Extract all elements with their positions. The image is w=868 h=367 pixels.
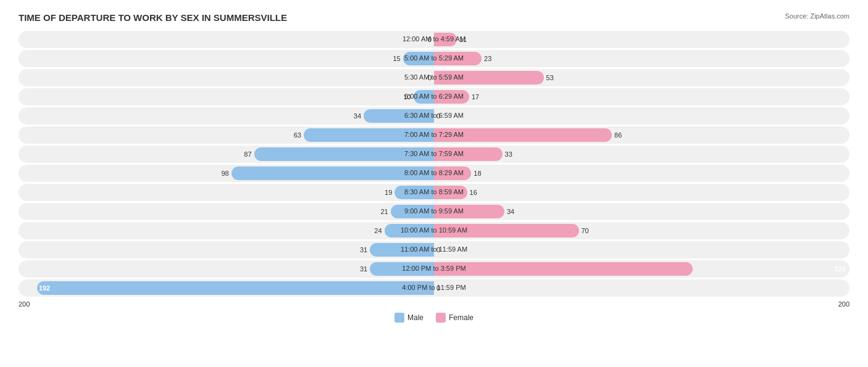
female-value: 17 — [472, 93, 479, 101]
male-bar — [37, 281, 434, 295]
chart-row: 11:00 AM to 11:59 AM310 — [19, 241, 849, 258]
chart-area: 12:00 AM to 4:59 AM0115:00 AM to 5:29 AM… — [19, 31, 849, 341]
female-value: 18 — [474, 170, 481, 177]
female-bar — [434, 52, 482, 65]
chart-row: 6:00 AM to 6:29 AM1017 — [19, 88, 849, 105]
axis-left: 200 — [19, 300, 30, 308]
female-bar — [434, 71, 544, 85]
male-value: 0 — [428, 36, 432, 43]
female-value: 34 — [507, 208, 514, 215]
chart-row: 5:30 AM to 5:59 AM053 — [19, 69, 849, 86]
female-value: 53 — [546, 74, 554, 81]
female-value: 16 — [470, 189, 477, 196]
male-bar — [370, 243, 434, 257]
chart-row: 5:00 AM to 5:29 AM1523 — [19, 50, 849, 67]
legend-female-label: Female — [449, 313, 474, 322]
male-bar — [364, 109, 434, 123]
male-bar — [394, 186, 434, 199]
female-value: 0 — [436, 246, 440, 254]
female-bar — [434, 90, 469, 104]
male-value: 31 — [360, 265, 367, 273]
legend: Male Female — [19, 313, 849, 323]
chart-row: 12:00 AM to 4:59 AM011 — [19, 31, 849, 48]
male-bar — [370, 262, 434, 276]
male-value: 19 — [385, 189, 392, 196]
legend-female: Female — [436, 313, 474, 323]
female-value: 33 — [505, 151, 512, 158]
female-bar — [434, 205, 504, 218]
female-bar — [434, 128, 612, 142]
chart-row: 10:00 AM to 10:59 AM2470 — [19, 222, 849, 239]
male-value: 63 — [294, 131, 301, 139]
male-bar — [385, 224, 434, 237]
female-bar — [434, 186, 467, 199]
female-value: 11 — [459, 36, 467, 43]
chart-row: 9:00 AM to 9:59 AM2134 — [19, 203, 849, 220]
chart-row: 6:30 AM to 6:59 AM340 — [19, 107, 849, 125]
female-value: 23 — [484, 55, 491, 62]
female-bar — [434, 167, 471, 180]
chart-row: 12:00 PM to 3:59 PM31125 — [19, 260, 849, 278]
female-value: 86 — [614, 131, 622, 139]
female-value: 0 — [436, 284, 440, 292]
source-label: Source: ZipAtlas.com — [785, 12, 849, 20]
male-bar — [232, 167, 434, 180]
male-value: 192 — [35, 284, 50, 292]
male-value: 31 — [360, 246, 367, 254]
female-value: 125 — [835, 265, 846, 273]
chart-row: 4:00 PM to 11:59 PM1920 — [19, 279, 849, 297]
legend-female-box — [436, 313, 446, 323]
female-value: 0 — [436, 112, 440, 120]
legend-male-box — [394, 313, 404, 323]
male-value: 15 — [393, 55, 401, 62]
male-value: 0 — [428, 74, 432, 81]
chart-row: 7:30 AM to 7:59 AM8733 — [19, 146, 849, 163]
male-bar — [254, 147, 434, 161]
female-value: 70 — [582, 227, 589, 234]
female-bar — [434, 33, 457, 46]
female-bar — [434, 262, 693, 276]
chart-row: 8:00 AM to 8:29 AM9818 — [19, 165, 849, 182]
female-bar — [434, 147, 503, 161]
chart-title: TIME OF DEPARTURE TO WORK BY SEX IN SUMM… — [19, 12, 287, 23]
legend-male: Male — [394, 313, 424, 323]
male-value: 87 — [244, 151, 251, 158]
chart-row: 8:30 AM to 8:59 AM1916 — [19, 184, 849, 201]
male-bar — [304, 128, 434, 142]
male-value: 10 — [403, 93, 411, 101]
male-bar — [414, 90, 435, 104]
male-value: 34 — [354, 112, 361, 120]
male-value: 21 — [380, 208, 388, 215]
male-value: 24 — [374, 227, 382, 234]
chart-row: 7:00 AM to 7:29 AM6386 — [19, 126, 849, 144]
female-bar — [434, 224, 579, 237]
legend-male-label: Male — [407, 313, 424, 322]
axis-labels: 200 200 — [19, 300, 849, 308]
male-value: 98 — [221, 170, 228, 177]
male-bar — [403, 52, 434, 65]
axis-right: 200 — [838, 300, 849, 308]
male-bar — [391, 205, 434, 218]
